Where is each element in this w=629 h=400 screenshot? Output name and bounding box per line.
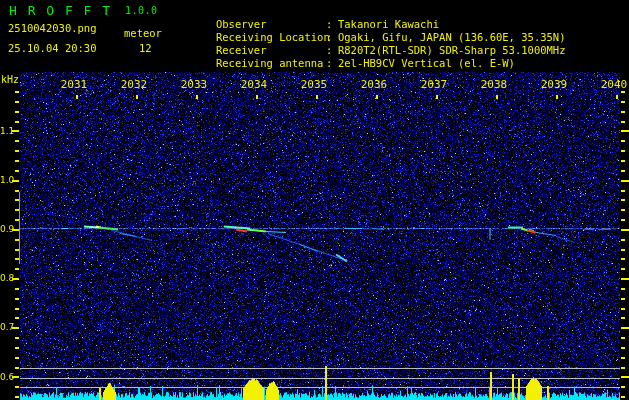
info-separator: : bbox=[326, 44, 338, 57]
observation-info: Observer:Takanori Kawachi Receiving Loca… bbox=[178, 5, 566, 57]
time-tick-label: 2032 bbox=[117, 79, 151, 90]
time-tick-label: 2040 bbox=[597, 79, 629, 90]
info-separator: : bbox=[326, 31, 338, 44]
info-value: R820T2(RTL-SDR) SDR-Sharp 53.1000MHz bbox=[338, 44, 566, 56]
datetime-label: 25.10.04 20:30 bbox=[8, 43, 97, 54]
time-tick-label: 2038 bbox=[477, 79, 511, 90]
info-row-observer: Observer:Takanori Kawachi bbox=[178, 5, 566, 18]
app-title: H R O F F T bbox=[9, 4, 112, 17]
time-tick-label: 2035 bbox=[297, 79, 331, 90]
info-separator: : bbox=[326, 57, 338, 70]
freq-tick-label: 0.7 bbox=[0, 323, 13, 332]
freq-tick-label: 0.9 bbox=[0, 225, 13, 234]
info-label: Receiver bbox=[216, 44, 326, 57]
freq-tick-label: 1.1 bbox=[0, 127, 13, 136]
hrofft-window: H R O F F T 1.0.0 2510042030.png meteor … bbox=[0, 0, 629, 400]
time-tick-label: 2036 bbox=[357, 79, 391, 90]
info-value: 2el-HB9CV Vertical (el. E-W) bbox=[338, 57, 515, 69]
time-tick-label: 2037 bbox=[417, 79, 451, 90]
echo-count: 12 bbox=[139, 43, 152, 54]
freq-tick-label: 0.8 bbox=[0, 274, 13, 283]
time-tick-label: 2034 bbox=[237, 79, 271, 90]
time-tick-label: 2033 bbox=[177, 79, 211, 90]
app-version: 1.0.0 bbox=[125, 6, 158, 16]
output-filename: 2510042030.png bbox=[8, 23, 97, 34]
info-value: Takanori Kawachi bbox=[338, 18, 439, 30]
info-separator: : bbox=[326, 18, 338, 31]
freq-unit-label: kHz bbox=[1, 75, 19, 85]
freq-tick-label: 0.6 bbox=[0, 373, 13, 382]
time-tick-label: 2031 bbox=[57, 79, 91, 90]
info-value: Ogaki, Gifu, JAPAN (136.60E, 35.35N) bbox=[338, 31, 566, 43]
info-label: Receiving antenna bbox=[216, 57, 326, 70]
time-tick-label: 2039 bbox=[537, 79, 571, 90]
mode-label: meteor bbox=[124, 28, 162, 39]
info-label: Receiving Location bbox=[216, 31, 326, 44]
freq-tick-label: 1.0 bbox=[0, 176, 13, 185]
info-label: Observer bbox=[216, 18, 326, 31]
